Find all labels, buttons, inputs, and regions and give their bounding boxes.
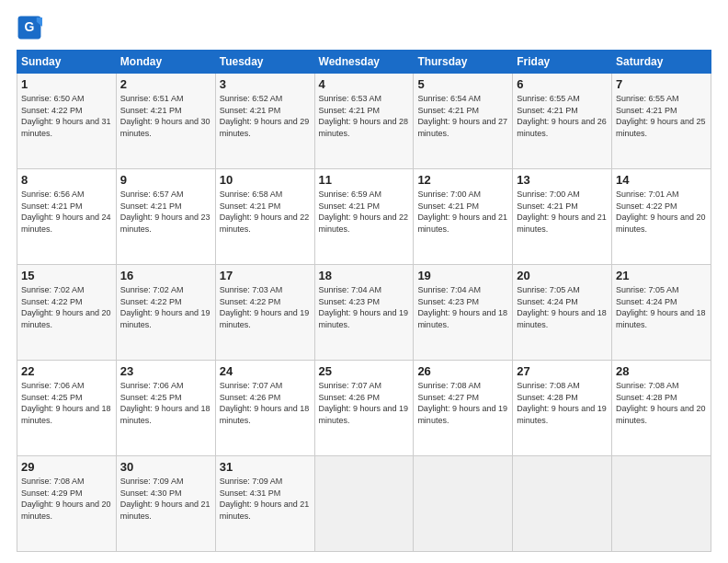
day-info: Sunrise: 6:50 AMSunset: 4:22 PMDaylight:… xyxy=(21,94,111,138)
calendar-cell: 15 Sunrise: 7:02 AMSunset: 4:22 PMDaylig… xyxy=(17,265,117,361)
calendar-cell: 17 Sunrise: 7:03 AMSunset: 4:22 PMDaylig… xyxy=(215,265,314,361)
day-info: Sunrise: 7:08 AMSunset: 4:28 PMDaylight:… xyxy=(616,381,706,425)
calendar-cell: 18 Sunrise: 7:04 AMSunset: 4:23 PMDaylig… xyxy=(314,265,414,361)
day-info: Sunrise: 6:55 AMSunset: 4:21 PMDaylight:… xyxy=(517,94,607,138)
calendar-cell: 21 Sunrise: 7:05 AMSunset: 4:24 PMDaylig… xyxy=(612,265,711,361)
weekday-header-wednesday: Wednesday xyxy=(314,51,414,74)
svg-text:G: G xyxy=(25,19,35,34)
weekday-header-friday: Friday xyxy=(513,51,612,74)
day-number: 24 xyxy=(220,364,311,378)
day-info: Sunrise: 7:08 AMSunset: 4:28 PMDaylight:… xyxy=(517,381,607,425)
day-info: Sunrise: 6:59 AMSunset: 4:21 PMDaylight:… xyxy=(319,190,409,234)
calendar-week-5: 29 Sunrise: 7:08 AMSunset: 4:29 PMDaylig… xyxy=(17,456,711,552)
day-info: Sunrise: 7:06 AMSunset: 4:25 PMDaylight:… xyxy=(120,381,210,425)
day-info: Sunrise: 7:00 AMSunset: 4:21 PMDaylight:… xyxy=(417,190,507,234)
day-info: Sunrise: 6:54 AMSunset: 4:21 PMDaylight:… xyxy=(417,94,507,138)
day-info: Sunrise: 7:01 AMSunset: 4:22 PMDaylight:… xyxy=(616,190,706,234)
day-number: 12 xyxy=(417,173,508,187)
calendar-cell: 28 Sunrise: 7:08 AMSunset: 4:28 PMDaylig… xyxy=(612,361,711,456)
day-info: Sunrise: 6:55 AMSunset: 4:21 PMDaylight:… xyxy=(616,94,706,138)
day-number: 29 xyxy=(21,460,112,474)
day-info: Sunrise: 7:02 AMSunset: 4:22 PMDaylight:… xyxy=(120,285,210,329)
day-info: Sunrise: 6:53 AMSunset: 4:21 PMDaylight:… xyxy=(319,94,409,138)
day-info: Sunrise: 7:08 AMSunset: 4:29 PMDaylight:… xyxy=(21,477,111,521)
day-number: 26 xyxy=(417,364,508,378)
day-number: 27 xyxy=(517,364,608,378)
calendar-week-2: 8 Sunrise: 6:56 AMSunset: 4:21 PMDayligh… xyxy=(17,169,711,265)
calendar-cell: 4 Sunrise: 6:53 AMSunset: 4:21 PMDayligh… xyxy=(314,74,414,169)
day-info: Sunrise: 7:05 AMSunset: 4:24 PMDaylight:… xyxy=(616,285,706,329)
calendar-cell: 2 Sunrise: 6:51 AMSunset: 4:21 PMDayligh… xyxy=(116,74,215,169)
day-number: 30 xyxy=(120,460,211,474)
calendar-cell: 8 Sunrise: 6:56 AMSunset: 4:21 PMDayligh… xyxy=(17,169,117,265)
calendar-cell: 20 Sunrise: 7:05 AMSunset: 4:24 PMDaylig… xyxy=(513,265,612,361)
day-number: 1 xyxy=(21,77,112,91)
calendar-week-3: 15 Sunrise: 7:02 AMSunset: 4:22 PMDaylig… xyxy=(17,265,711,361)
day-number: 31 xyxy=(220,460,311,474)
day-info: Sunrise: 6:51 AMSunset: 4:21 PMDaylight:… xyxy=(120,94,210,138)
day-number: 6 xyxy=(517,77,608,91)
calendar-cell xyxy=(314,456,414,552)
weekday-header-thursday: Thursday xyxy=(414,51,513,74)
day-number: 2 xyxy=(120,77,211,91)
day-number: 25 xyxy=(319,364,410,378)
day-number: 14 xyxy=(616,173,707,187)
day-number: 20 xyxy=(517,269,608,282)
calendar-cell: 13 Sunrise: 7:00 AMSunset: 4:21 PMDaylig… xyxy=(513,169,612,265)
calendar-cell xyxy=(414,456,513,552)
weekday-header-sunday: Sunday xyxy=(17,51,117,74)
day-info: Sunrise: 7:09 AMSunset: 4:31 PMDaylight:… xyxy=(220,477,310,521)
calendar-cell: 10 Sunrise: 6:58 AMSunset: 4:21 PMDaylig… xyxy=(215,169,314,265)
day-info: Sunrise: 7:09 AMSunset: 4:30 PMDaylight:… xyxy=(120,477,210,521)
calendar-cell: 1 Sunrise: 6:50 AMSunset: 4:22 PMDayligh… xyxy=(17,74,117,169)
day-number: 11 xyxy=(319,173,410,187)
calendar-cell: 7 Sunrise: 6:55 AMSunset: 4:21 PMDayligh… xyxy=(612,74,711,169)
day-number: 28 xyxy=(616,364,707,378)
weekday-header: SundayMondayTuesdayWednesdayThursdayFrid… xyxy=(17,51,711,74)
day-info: Sunrise: 7:07 AMSunset: 4:26 PMDaylight:… xyxy=(319,381,409,425)
weekday-header-monday: Monday xyxy=(116,51,215,74)
day-number: 15 xyxy=(21,269,112,282)
day-number: 21 xyxy=(616,269,707,282)
weekday-header-saturday: Saturday xyxy=(612,51,711,74)
calendar-cell xyxy=(513,456,612,552)
day-info: Sunrise: 6:58 AMSunset: 4:21 PMDaylight:… xyxy=(220,190,310,234)
calendar-cell: 12 Sunrise: 7:00 AMSunset: 4:21 PMDaylig… xyxy=(414,169,513,265)
day-info: Sunrise: 6:52 AMSunset: 4:21 PMDaylight:… xyxy=(220,94,310,138)
calendar-cell: 26 Sunrise: 7:08 AMSunset: 4:27 PMDaylig… xyxy=(414,361,513,456)
day-info: Sunrise: 6:57 AMSunset: 4:21 PMDaylight:… xyxy=(120,190,210,234)
calendar-cell: 30 Sunrise: 7:09 AMSunset: 4:30 PMDaylig… xyxy=(116,456,215,552)
calendar-cell: 27 Sunrise: 7:08 AMSunset: 4:28 PMDaylig… xyxy=(513,361,612,456)
day-number: 3 xyxy=(220,77,311,91)
calendar-body: 1 Sunrise: 6:50 AMSunset: 4:22 PMDayligh… xyxy=(17,74,711,552)
day-info: Sunrise: 7:04 AMSunset: 4:23 PMDaylight:… xyxy=(319,285,409,329)
logo-icon: G xyxy=(17,15,42,40)
calendar-cell: 31 Sunrise: 7:09 AMSunset: 4:31 PMDaylig… xyxy=(215,456,314,552)
day-number: 4 xyxy=(319,77,410,91)
day-number: 22 xyxy=(21,364,112,378)
day-number: 17 xyxy=(220,269,311,282)
day-info: Sunrise: 7:08 AMSunset: 4:27 PMDaylight:… xyxy=(417,381,507,425)
calendar-week-4: 22 Sunrise: 7:06 AMSunset: 4:25 PMDaylig… xyxy=(17,361,711,456)
calendar-cell: 6 Sunrise: 6:55 AMSunset: 4:21 PMDayligh… xyxy=(513,74,612,169)
day-info: Sunrise: 7:03 AMSunset: 4:22 PMDaylight:… xyxy=(220,285,310,329)
calendar-cell: 25 Sunrise: 7:07 AMSunset: 4:26 PMDaylig… xyxy=(314,361,414,456)
weekday-header-tuesday: Tuesday xyxy=(215,51,314,74)
day-number: 7 xyxy=(616,77,707,91)
calendar-cell: 23 Sunrise: 7:06 AMSunset: 4:25 PMDaylig… xyxy=(116,361,215,456)
day-number: 8 xyxy=(21,173,112,187)
day-info: Sunrise: 6:56 AMSunset: 4:21 PMDaylight:… xyxy=(21,190,111,234)
day-info: Sunrise: 7:07 AMSunset: 4:26 PMDaylight:… xyxy=(220,381,310,425)
day-number: 5 xyxy=(417,77,508,91)
logo: G xyxy=(17,15,46,40)
day-number: 13 xyxy=(517,173,608,187)
calendar-cell: 24 Sunrise: 7:07 AMSunset: 4:26 PMDaylig… xyxy=(215,361,314,456)
calendar-cell: 11 Sunrise: 6:59 AMSunset: 4:21 PMDaylig… xyxy=(314,169,414,265)
calendar-cell: 14 Sunrise: 7:01 AMSunset: 4:22 PMDaylig… xyxy=(612,169,711,265)
calendar-cell: 9 Sunrise: 6:57 AMSunset: 4:21 PMDayligh… xyxy=(116,169,215,265)
day-number: 23 xyxy=(120,364,211,378)
calendar-cell: 16 Sunrise: 7:02 AMSunset: 4:22 PMDaylig… xyxy=(116,265,215,361)
day-info: Sunrise: 7:06 AMSunset: 4:25 PMDaylight:… xyxy=(21,381,111,425)
day-info: Sunrise: 7:02 AMSunset: 4:22 PMDaylight:… xyxy=(21,285,111,329)
calendar-cell xyxy=(612,456,711,552)
